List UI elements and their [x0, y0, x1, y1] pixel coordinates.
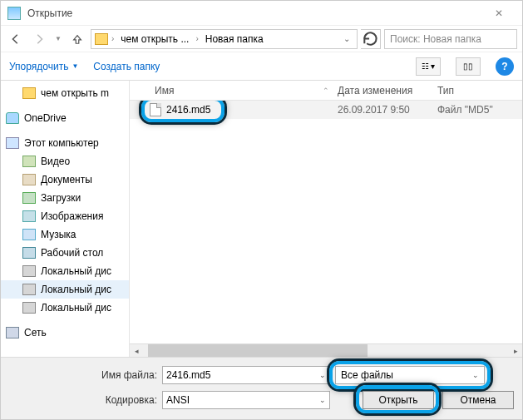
file-type-cell: Файл "MD5" [437, 104, 522, 116]
back-button[interactable] [6, 29, 26, 49]
sidebar-item-desktop[interactable]: Рабочий стол [1, 244, 129, 262]
address-dropdown[interactable]: ⌄ [340, 34, 353, 43]
sidebar-item-label: Документы [41, 174, 92, 185]
nav-row: ▼ › чем открыть ... › Новая папка ⌄ Поис… [1, 26, 522, 52]
chevron-down-icon[interactable]: ⌄ [472, 371, 479, 379]
window-title: Открытие [27, 7, 482, 19]
file-date-cell: 26.09.2017 9:50 [338, 104, 437, 116]
img-icon [22, 210, 36, 222]
search-input[interactable]: Поиск: Новая папка [384, 29, 517, 49]
new-folder-button[interactable]: Создать папку [93, 61, 160, 72]
scroll-right-icon[interactable]: ▸ [509, 344, 522, 357]
filename-label: Имя файла: [9, 369, 157, 381]
sidebar-item-this-pc[interactable]: Этот компьютер [1, 134, 129, 152]
titlebar: Открытие ✕ [1, 1, 522, 26]
forward-button[interactable] [29, 29, 49, 49]
disk-icon [22, 284, 36, 295]
encoding-select[interactable]: ANSI⌄ [162, 391, 330, 409]
sidebar-item-disk3[interactable]: Локальный дис [1, 299, 129, 317]
sidebar-item-disk1[interactable]: Локальный дис [1, 262, 129, 280]
column-headers: Имя⌃ Дата изменения Тип [130, 81, 522, 101]
close-icon[interactable]: ✕ [482, 7, 516, 19]
sidebar: чем открыть mOneDriveЭтот компьютерВидео… [1, 81, 130, 357]
main-area: чем открыть mOneDriveЭтот компьютерВидео… [1, 81, 522, 357]
sidebar-item-music[interactable]: Музыка [1, 225, 129, 244]
disk-icon [22, 302, 36, 314]
sidebar-item-label: Изображения [41, 210, 103, 222]
sort-asc-icon: ⌃ [323, 86, 329, 95]
help-button[interactable]: ? [496, 57, 514, 76]
file-list[interactable]: 2416.md5 26.09.2017 9:50 Файл "MD5" [130, 101, 522, 343]
refresh-button[interactable] [361, 29, 381, 49]
chevron-down-icon[interactable]: ⌄ [319, 396, 326, 404]
sidebar-item-label: Локальный дис [41, 265, 111, 277]
chevron-down-icon: ▼ [72, 62, 78, 70]
column-date[interactable]: Дата изменения [338, 85, 437, 96]
app-icon [7, 7, 21, 20]
sidebar-item-label: OneDrive [24, 112, 67, 124]
up-button[interactable] [67, 29, 87, 49]
file-name-cell: 2416.md5 [130, 103, 338, 116]
folder-icon [95, 33, 108, 45]
sidebar-item-label: Сеть [24, 327, 47, 338]
path-segment[interactable]: Новая папка [202, 33, 267, 45]
down-icon [22, 192, 36, 204]
column-name[interactable]: Имя⌃ [130, 85, 338, 96]
sidebar-item-label: Рабочий стол [41, 247, 103, 259]
toolbar: Упорядочить▼ Создать папку ☷ ▾ ▯▯ ? [1, 52, 522, 81]
file-area: Имя⌃ Дата изменения Тип 2416.md5 26.09.2… [130, 81, 522, 357]
sidebar-item-label: Этот компьютер [24, 137, 99, 149]
recent-dropdown[interactable]: ▼ [52, 29, 64, 49]
pc-icon [6, 137, 19, 149]
sidebar-item-label: чем открыть m [41, 87, 109, 99]
sidebar-item-network[interactable]: Сеть [1, 324, 129, 342]
video-icon [22, 156, 36, 167]
view-mode-button[interactable]: ☷ ▾ [416, 57, 441, 76]
file-icon [150, 103, 161, 116]
cancel-button[interactable]: Отмена [442, 391, 514, 409]
chevron-right-icon: › [111, 34, 114, 43]
sidebar-item-downloads[interactable]: Загрузки [1, 189, 129, 207]
open-button[interactable]: Открыть [363, 391, 434, 409]
doc-icon [22, 174, 36, 185]
sidebar-item-label: Локальный дис [41, 284, 111, 295]
path-segment[interactable]: чем открыть ... [117, 33, 192, 45]
sidebar-item-label: Загрузки [41, 192, 81, 204]
chevron-down-icon[interactable]: ⌄ [319, 371, 326, 379]
sidebar-item-folder-root[interactable]: чем открыть m [1, 84, 129, 102]
folder-icon [22, 87, 36, 99]
open-dialog: Открытие ✕ ▼ › чем открыть ... › Новая п… [0, 0, 523, 420]
address-bar[interactable]: › чем открыть ... › Новая папка ⌄ [91, 29, 358, 49]
music-icon [22, 229, 36, 240]
column-type[interactable]: Тип [437, 85, 522, 96]
sidebar-item-label: Видео [41, 156, 70, 167]
desk-icon [22, 247, 36, 259]
bottom-panel: Имя файла: 2416.md5⌄ Все файлы⌄ Кодировк… [1, 357, 522, 419]
disk-icon [22, 265, 36, 277]
sidebar-item-disk2[interactable]: Локальный дис [1, 280, 129, 299]
file-row[interactable]: 2416.md5 26.09.2017 9:50 Файл "MD5" [130, 101, 522, 119]
onedrive-icon [6, 112, 19, 124]
file-name: 2416.md5 [166, 104, 210, 116]
chevron-right-icon: › [195, 34, 198, 43]
sidebar-item-onedrive[interactable]: OneDrive [1, 109, 129, 127]
scrollbar-thumb[interactable] [148, 344, 368, 357]
preview-pane-button[interactable]: ▯▯ [456, 57, 481, 76]
sidebar-item-pictures[interactable]: Изображения [1, 207, 129, 225]
organize-menu[interactable]: Упорядочить▼ [9, 61, 78, 72]
horizontal-scrollbar[interactable]: ◂ ▸ [130, 343, 522, 357]
sidebar-item-label: Музыка [41, 229, 76, 240]
encoding-label: Кодировка: [9, 394, 157, 406]
filetype-select[interactable]: Все файлы⌄ [335, 366, 485, 384]
sidebar-item-documents[interactable]: Документы [1, 170, 129, 189]
sidebar-item-label: Локальный дис [41, 302, 111, 314]
search-placeholder: Поиск: Новая папка [390, 33, 481, 45]
filename-input[interactable]: 2416.md5⌄ [162, 366, 330, 384]
sidebar-item-videos[interactable]: Видео [1, 152, 129, 170]
scroll-left-icon[interactable]: ◂ [130, 344, 143, 357]
net-icon [6, 327, 19, 338]
